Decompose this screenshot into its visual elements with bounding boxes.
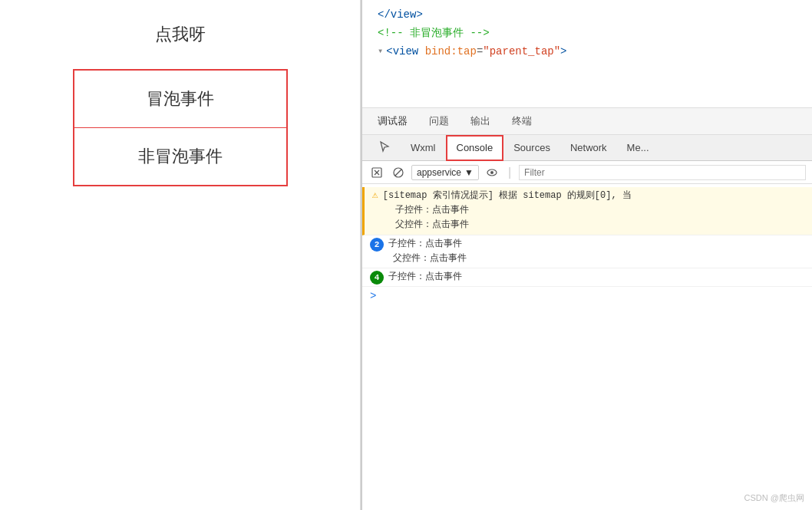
tab-output[interactable]: 输出 [467,107,493,135]
bubble-event-item[interactable]: 冒泡事件 [74,71,286,128]
badge-row-2-line1: 2 子控件：点击事件 [370,237,804,252]
tab-more-label: Me... [627,142,649,153]
tab-wxml[interactable]: Wxml [401,135,446,161]
no-bubble-event-item[interactable]: 非冒泡事件 [74,128,286,185]
badge-2: 2 [370,238,384,252]
code-comment: <!-- 非冒泡事件 --> [378,25,490,43]
right-panel: </view> <!-- 非冒泡事件 --> ▾ <view bind:tap=… [362,0,812,510]
tab-console[interactable]: Console [446,135,504,161]
clear-console-button[interactable] [368,164,385,181]
collapse-icon[interactable]: ▾ [378,44,383,59]
cursor-icon [378,140,391,155]
console-prompt[interactable]: > [362,287,812,305]
click-me-label[interactable]: 点我呀 [109,15,252,54]
code-line-3: ▾ <view bind:tap="parent_tap"> [378,43,812,61]
code-line-1: </view> [378,6,812,25]
block-icon [392,166,404,179]
badge-row-4-text: 子控件：点击事件 [388,270,462,285]
code-tag-view: view [393,43,419,61]
event-box: 冒泡事件 非冒泡事件 [73,69,288,186]
tab-sources[interactable]: Sources [503,135,560,161]
dropdown-icon: ▼ [464,167,474,178]
badge-row-2-indent: 父控件：点击事件 [370,252,804,266]
svg-point-6 [490,171,493,174]
warning-indent-2: 父控件：点击事件 [372,218,804,232]
tab-issues[interactable]: 问题 [426,107,452,135]
tab-more[interactable]: Me... [617,135,659,161]
console-badge-row-2: 2 子控件：点击事件 父控件：点击事件 [362,235,812,268]
console-toolbar: appservice ▼ | [362,161,812,184]
code-attr: bind:tap [425,43,477,61]
code-bracket-close: > [560,43,566,61]
block-button[interactable] [390,164,407,181]
badge-row-4-line1: 4 子控件：点击事件 [370,270,804,285]
warning-icon: ⚠ [372,189,378,201]
tab-network[interactable]: Network [560,135,617,161]
eye-icon [486,166,498,179]
tab-wxml-label: Wxml [411,142,436,153]
tab-cursor[interactable] [368,135,401,161]
tab-console-label: Console [457,142,493,153]
badge-4: 4 [370,271,384,285]
tab-debugger[interactable]: 调试器 [375,107,411,135]
svg-line-4 [395,169,401,176]
left-panel: 点我呀 冒泡事件 非冒泡事件 [0,0,361,510]
console-badge-row-4: 4 子控件：点击事件 [362,268,812,287]
context-selector[interactable]: appservice ▼ [411,165,479,180]
tab-network-label: Network [570,142,607,153]
warning-indent-1: 子控件：点击事件 [372,203,804,218]
context-label: appservice [417,167,461,178]
code-tag-1: </view> [378,6,423,25]
code-string: "parent_tap" [483,43,560,61]
warning-text: [sitemap 索引情况提示] 根据 sitemap 的规则[0], 当 [383,189,632,203]
code-bracket-open: < [386,43,392,61]
console-warning-row: ⚠ [sitemap 索引情况提示] 根据 sitemap 的规则[0], 当 … [362,187,812,235]
separator: | [508,166,511,179]
code-line-2: <!-- 非冒泡事件 --> [378,25,812,43]
code-area: </view> <!-- 非冒泡事件 --> ▾ <view bind:tap=… [362,0,812,107]
console-content: ⚠ [sitemap 索引情况提示] 根据 sitemap 的规则[0], 当 … [362,184,812,510]
toolbar-tabs: 调试器 问题 输出 终端 [362,107,812,135]
clear-icon [371,166,383,179]
tab-sources-label: Sources [513,142,550,153]
tab-terminal[interactable]: 终端 [509,107,535,135]
filter-input[interactable] [519,165,806,180]
devtools-tabs-row: Wxml Console Sources Network Me... [362,135,812,161]
eye-button[interactable] [484,164,500,181]
badge-row-2-text: 子控件：点击事件 [388,237,462,252]
warning-line: ⚠ [sitemap 索引情况提示] 根据 sitemap 的规则[0], 当 [372,189,804,203]
watermark: CSDN @爬虫网 [744,492,804,504]
